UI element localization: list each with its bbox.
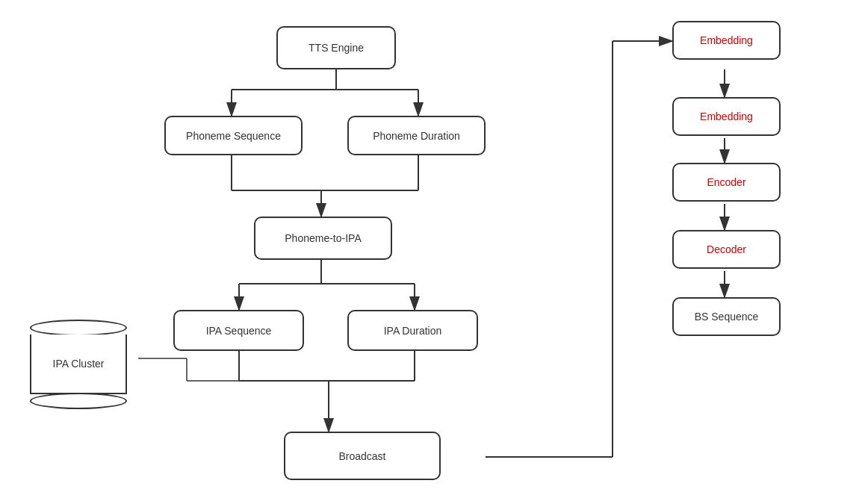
ipa-duration-node: IPA Duration [347,310,478,351]
phoneme-sequence-label: Phoneme Sequence [186,130,281,142]
ipa-sequence-node: IPA Sequence [173,310,304,351]
decoder-label: Decoder [707,243,746,255]
embedding2-label: Embedding [700,111,753,122]
cylinder-body: IPA Cluster [30,335,127,394]
phoneme-duration-label: Phoneme Duration [373,130,460,142]
diagram-container: TTS Engine Phoneme Sequence Phoneme Dura… [0,0,865,504]
tts-engine-node: TTS Engine [276,26,396,69]
embedding2-node: Embedding [672,97,781,136]
encoder-label: Encoder [707,176,745,188]
bs-sequence-node: BS Sequence [672,297,781,336]
ipa-cluster-node: IPA Cluster [30,320,127,409]
ipa-sequence-label: IPA Sequence [206,325,272,337]
cylinder-bottom [30,393,127,409]
ipa-duration-label: IPA Duration [384,325,442,337]
tts-engine-label: TTS Engine [309,42,364,54]
broadcast-label: Broadcast [338,450,385,462]
phoneme-duration-node: Phoneme Duration [347,116,486,155]
ipa-cluster-label: IPA Cluster [53,358,105,370]
phoneme-sequence-node: Phoneme Sequence [164,116,303,155]
cylinder-top [30,320,127,336]
broadcast-node: Broadcast [284,432,441,480]
bs-sequence-label: BS Sequence [695,311,759,323]
decoder-node: Decoder [672,230,781,269]
encoder-node: Encoder [672,163,781,202]
embedding1-label: Embedding [700,34,753,46]
phoneme-to-ipa-label: Phoneme-to-IPA [285,232,361,244]
embedding1-node: Embedding [672,21,781,60]
phoneme-to-ipa-node: Phoneme-to-IPA [254,217,392,260]
